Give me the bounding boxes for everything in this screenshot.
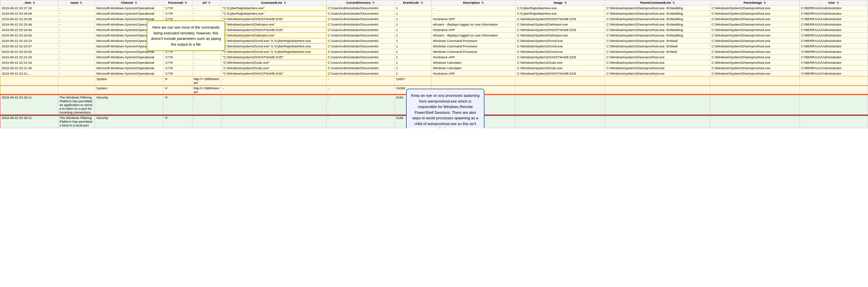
table-row: 2019-09-22 02:24:56-Microsoft-Windows-Sy…	[0, 27, 868, 33]
cell-time: 2019-09-22 02:21:54	[0, 60, 58, 65]
col-header-time[interactable]: _time ⇅	[0, 0, 58, 5]
col-header-user[interactable]: User ⇅	[799, 0, 868, 5]
sort-icon-user[interactable]: ⇅	[837, 1, 839, 4]
cell-curdir: -	[326, 76, 394, 86]
cell-parentcmd: C:\Windows\system32\wsmprovhost.exe	[605, 60, 710, 65]
cell-parentcmd: C:\Windows\system32\wsmprovhost.exe -Emb…	[605, 38, 710, 44]
sort-icon-pid[interactable]: ⇅	[185, 1, 187, 4]
table-row: 2019-09-22 02:23:13-Microsoft-Windows-Sy…	[0, 38, 868, 44]
cell-name: -	[58, 11, 95, 16]
cell-cmdline: "C:\Windows\system32\HOSTNAME.EXE"	[221, 27, 326, 33]
cell-parentcmd	[605, 76, 710, 86]
cell-time: 2019-09-22 02:26:09	[0, 11, 58, 16]
cell-image	[516, 95, 605, 115]
sort-icon-eventcode[interactable]: ⇅	[421, 1, 423, 4]
sort-icon-channel[interactable]: ⇅	[135, 1, 137, 4]
cell-name: The Windows Filtering Platform has permi…	[58, 95, 95, 115]
cell-curdir: C:\Users\Administrator\Documents\	[326, 27, 394, 33]
cell-curdir: C:\Users\Administrator\Documents\	[326, 44, 394, 49]
cell-desc: -	[431, 11, 516, 16]
cell-image: C:\Windows\System32\HOSTNAME.EXE	[516, 55, 605, 60]
col-header-url[interactable]: Url ⇅	[192, 0, 221, 5]
cell-time	[0, 76, 58, 86]
cell-user: CYBERRAIJU\Administrator	[799, 38, 868, 44]
cell-curdir: C:\Users\Administrator\Documents\	[326, 11, 394, 16]
cell-name	[58, 76, 95, 86]
col-header-name[interactable]: name ⇅	[58, 0, 95, 5]
cell-user	[799, 115, 868, 128]
cell-curdir: C:\Users\Administrator\Documents\	[326, 60, 394, 65]
cell-parentimg: C:\Windows\System32\wsmprovhost.exe	[710, 16, 799, 22]
col-header-desc[interactable]: Description ⇅	[431, 0, 516, 5]
cell-user	[799, 95, 868, 115]
cell-url: http://+:5985/wsman/	[192, 76, 221, 86]
cell-cmdline: "C:\CyberRaijuWasHere.exe"	[221, 5, 326, 11]
cell-curdir: C:\Users\Administrator\Documents\	[326, 16, 394, 22]
sort-icon-desc[interactable]: ⇅	[481, 1, 484, 4]
cell-desc: Windows Calculator	[431, 60, 516, 65]
col-header-image[interactable]: Image ⇅	[516, 0, 605, 5]
cell-image: C:\Windows\System32\calc.exe	[516, 65, 605, 71]
cell-parentcmd	[605, 115, 710, 128]
cell-desc: -	[431, 5, 516, 11]
table-row: 2019-09-22 02:23:00-Microsoft-Windows-Sy…	[0, 49, 868, 55]
col-header-pid[interactable]: ProcessID ⇅	[163, 0, 192, 5]
table-row: 2019-09-22 02:22:26-Microsoft-Windows-Sy…	[0, 55, 868, 60]
sort-icon-cmdline[interactable]: ⇅	[284, 1, 286, 4]
col-header-eventcode[interactable]: EventCode ⇅	[394, 0, 431, 5]
sort-icon-parentcmd[interactable]: ⇅	[672, 1, 675, 4]
cell-curdir: -	[326, 115, 394, 128]
cell-url: -	[192, 60, 221, 65]
cell-image: C:\Windows\System32\HOSTNAME.EXE	[516, 27, 605, 33]
sort-icon-name[interactable]: ⇅	[80, 1, 82, 4]
cell-eventcode: 15007	[394, 76, 431, 86]
cell-desc	[431, 76, 516, 86]
col-header-curdir[interactable]: CurrentDirectory ⇅	[326, 0, 394, 5]
cell-parentimg: C:\Windows\System32\wsmprovhost.exe	[710, 22, 799, 27]
cell-time: 2019-09-22 02:27:26	[0, 5, 58, 11]
cell-image: C:\Windows\System32\cmd.exe	[516, 44, 605, 49]
cell-time: 2019-09-22 02:21:...	[0, 71, 58, 76]
table-header-row: _time ⇅ name ⇅ Channel ⇅ ProcessID ⇅	[0, 0, 868, 5]
cell-parentimg	[710, 86, 799, 95]
cell-pid: '4'	[163, 95, 192, 115]
cell-user: CYBERRAIJU\Administrator	[799, 71, 868, 76]
cell-desc: whoami - displays logged on user informa…	[431, 33, 516, 38]
cell-user: CYBERRAIJU\Administrator	[799, 11, 868, 16]
cell-name: -	[58, 65, 95, 71]
cell-name: -	[58, 44, 95, 49]
cell-name: -	[58, 27, 95, 33]
cell-parentcmd: C:\Windows\system32\wsmprovhost.exe -Emb…	[605, 44, 710, 49]
cell-pid: '4'	[163, 115, 192, 128]
cell-user	[799, 76, 868, 86]
cell-image: C:\Windows\System32\calc.exe	[516, 60, 605, 65]
cell-desc: Hostname APP	[431, 16, 516, 22]
cell-cmdline: "C:\Windows\system32\cmd.exe" /c \CyberR…	[221, 44, 326, 49]
cell-eventcode: 1	[394, 55, 431, 60]
col-header-parentcmd[interactable]: ParentCommandLine ⇅	[605, 0, 710, 5]
col-header-parentimg[interactable]: ParentImage ⇅	[710, 0, 799, 5]
cell-parentcmd: C:\Windows\system32\wsmprovhost.exe -Emb…	[605, 5, 710, 11]
col-header-channel[interactable]: Channel ⇅	[95, 0, 163, 5]
cell-parentcmd: C:\Windows\system32\wsmprovhost.exe -Emb…	[605, 33, 710, 38]
cell-cmdline: -	[221, 76, 326, 86]
sort-icon-time[interactable]: ⇅	[33, 1, 35, 4]
sort-icon-image[interactable]: ⇅	[564, 1, 567, 4]
table-row: 2019-09-22 02:21:...-Microsoft-Windows-S…	[0, 71, 868, 76]
cell-eventcode: 1	[394, 44, 431, 49]
cell-parentimg: C:\Windows\System32\wsmprovhost.exe	[710, 71, 799, 76]
cell-user: CYBERRAIJU\Administrator	[799, 65, 868, 71]
cell-parentcmd: C:\Windows\system32\wsmprovhost.exe -Emb…	[605, 11, 710, 16]
col-header-cmdline[interactable]: CommandLine ⇅	[221, 0, 326, 5]
cell-cmdline: -	[221, 95, 326, 115]
cell-eventcode: 1	[394, 16, 431, 22]
cell-user: CYBERRAIJU\Administrator	[799, 60, 868, 65]
sort-icon-parentimg[interactable]: ⇅	[764, 1, 766, 4]
cell-parentimg: C:\Windows\System32\wsmprovhost.exe	[710, 49, 799, 55]
cell-cmdline: "C:\Windows\system32\HOSTNAME.EXE"	[221, 55, 326, 60]
table-row: 2019-09-22 02:25:48-Microsoft-Windows-Sy…	[0, 22, 868, 27]
sort-icon-url[interactable]: ⇅	[208, 1, 211, 4]
cell-eventcode: 1	[394, 27, 431, 33]
sort-icon-curdir[interactable]: ⇅	[372, 1, 375, 4]
cell-image: C:\Windows\System32\cmd.exe	[516, 49, 605, 55]
